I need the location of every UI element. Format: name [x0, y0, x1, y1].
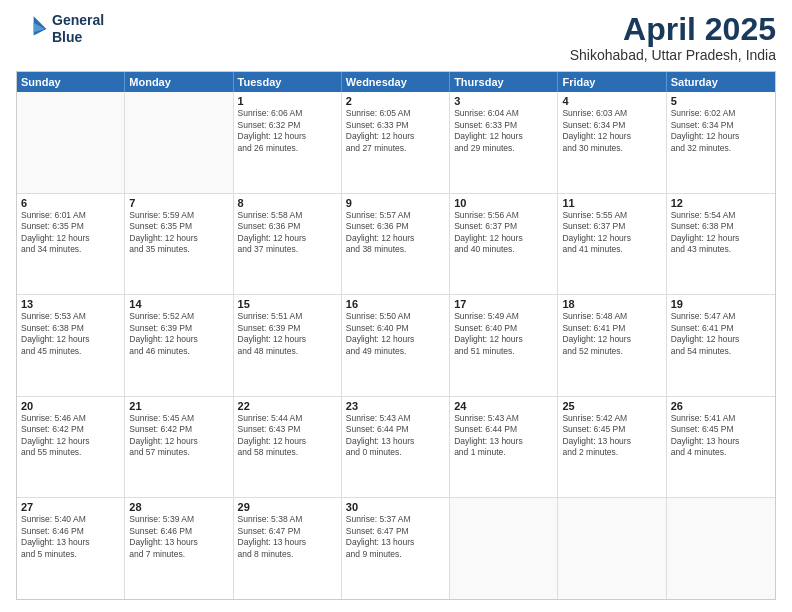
calendar-row: 20Sunrise: 5:46 AMSunset: 6:42 PMDayligh…	[17, 397, 775, 499]
header-right: April 2025 Shikohabad, Uttar Pradesh, In…	[570, 12, 776, 63]
cell-date: 4	[562, 95, 661, 107]
calendar-cell: 9Sunrise: 5:57 AMSunset: 6:36 PMDaylight…	[342, 194, 450, 295]
cell-date: 2	[346, 95, 445, 107]
cell-date: 8	[238, 197, 337, 209]
calendar-cell: 25Sunrise: 5:42 AMSunset: 6:45 PMDayligh…	[558, 397, 666, 498]
calendar-row: 1Sunrise: 6:06 AMSunset: 6:32 PMDaylight…	[17, 92, 775, 194]
cell-info: Sunrise: 5:51 AMSunset: 6:39 PMDaylight:…	[238, 311, 337, 357]
cell-date: 3	[454, 95, 553, 107]
cell-info: Sunrise: 5:42 AMSunset: 6:45 PMDaylight:…	[562, 413, 661, 459]
location: Shikohabad, Uttar Pradesh, India	[570, 47, 776, 63]
calendar-cell: 1Sunrise: 6:06 AMSunset: 6:32 PMDaylight…	[234, 92, 342, 193]
cell-info: Sunrise: 5:57 AMSunset: 6:36 PMDaylight:…	[346, 210, 445, 256]
calendar-cell: 20Sunrise: 5:46 AMSunset: 6:42 PMDayligh…	[17, 397, 125, 498]
cell-info: Sunrise: 5:43 AMSunset: 6:44 PMDaylight:…	[346, 413, 445, 459]
page: General Blue April 2025 Shikohabad, Utta…	[0, 0, 792, 612]
cell-info: Sunrise: 5:38 AMSunset: 6:47 PMDaylight:…	[238, 514, 337, 560]
cell-date: 15	[238, 298, 337, 310]
calendar-body: 1Sunrise: 6:06 AMSunset: 6:32 PMDaylight…	[17, 92, 775, 599]
calendar-cell: 12Sunrise: 5:54 AMSunset: 6:38 PMDayligh…	[667, 194, 775, 295]
day-header: Monday	[125, 72, 233, 92]
cell-info: Sunrise: 5:45 AMSunset: 6:42 PMDaylight:…	[129, 413, 228, 459]
calendar-cell: 26Sunrise: 5:41 AMSunset: 6:45 PMDayligh…	[667, 397, 775, 498]
cell-date: 18	[562, 298, 661, 310]
cell-info: Sunrise: 5:39 AMSunset: 6:46 PMDaylight:…	[129, 514, 228, 560]
cell-info: Sunrise: 5:58 AMSunset: 6:36 PMDaylight:…	[238, 210, 337, 256]
cell-date: 26	[671, 400, 771, 412]
calendar-cell	[125, 92, 233, 193]
calendar-cell	[450, 498, 558, 599]
calendar-cell: 19Sunrise: 5:47 AMSunset: 6:41 PMDayligh…	[667, 295, 775, 396]
calendar-cell: 18Sunrise: 5:48 AMSunset: 6:41 PMDayligh…	[558, 295, 666, 396]
cell-date: 9	[346, 197, 445, 209]
cell-date: 19	[671, 298, 771, 310]
cell-date: 25	[562, 400, 661, 412]
day-header: Thursday	[450, 72, 558, 92]
calendar-cell: 28Sunrise: 5:39 AMSunset: 6:46 PMDayligh…	[125, 498, 233, 599]
cell-info: Sunrise: 5:49 AMSunset: 6:40 PMDaylight:…	[454, 311, 553, 357]
calendar-cell: 10Sunrise: 5:56 AMSunset: 6:37 PMDayligh…	[450, 194, 558, 295]
cell-date: 22	[238, 400, 337, 412]
cell-date: 5	[671, 95, 771, 107]
calendar-cell: 17Sunrise: 5:49 AMSunset: 6:40 PMDayligh…	[450, 295, 558, 396]
calendar-row: 13Sunrise: 5:53 AMSunset: 6:38 PMDayligh…	[17, 295, 775, 397]
cell-info: Sunrise: 6:06 AMSunset: 6:32 PMDaylight:…	[238, 108, 337, 154]
cell-info: Sunrise: 5:37 AMSunset: 6:47 PMDaylight:…	[346, 514, 445, 560]
calendar-cell: 14Sunrise: 5:52 AMSunset: 6:39 PMDayligh…	[125, 295, 233, 396]
cell-info: Sunrise: 5:41 AMSunset: 6:45 PMDaylight:…	[671, 413, 771, 459]
calendar-cell: 23Sunrise: 5:43 AMSunset: 6:44 PMDayligh…	[342, 397, 450, 498]
calendar-cell: 27Sunrise: 5:40 AMSunset: 6:46 PMDayligh…	[17, 498, 125, 599]
cell-info: Sunrise: 5:44 AMSunset: 6:43 PMDaylight:…	[238, 413, 337, 459]
logo-text: General Blue	[52, 12, 104, 46]
logo-icon	[16, 13, 48, 45]
calendar-cell: 4Sunrise: 6:03 AMSunset: 6:34 PMDaylight…	[558, 92, 666, 193]
calendar-cell: 11Sunrise: 5:55 AMSunset: 6:37 PMDayligh…	[558, 194, 666, 295]
calendar-cell	[558, 498, 666, 599]
cell-date: 30	[346, 501, 445, 513]
calendar-cell: 16Sunrise: 5:50 AMSunset: 6:40 PMDayligh…	[342, 295, 450, 396]
day-header: Wednesday	[342, 72, 450, 92]
cell-date: 7	[129, 197, 228, 209]
cell-date: 21	[129, 400, 228, 412]
cell-date: 27	[21, 501, 120, 513]
cell-info: Sunrise: 5:48 AMSunset: 6:41 PMDaylight:…	[562, 311, 661, 357]
calendar-cell: 3Sunrise: 6:04 AMSunset: 6:33 PMDaylight…	[450, 92, 558, 193]
calendar-cell: 15Sunrise: 5:51 AMSunset: 6:39 PMDayligh…	[234, 295, 342, 396]
cell-date: 13	[21, 298, 120, 310]
cell-date: 17	[454, 298, 553, 310]
cell-date: 1	[238, 95, 337, 107]
cell-date: 12	[671, 197, 771, 209]
calendar-cell	[17, 92, 125, 193]
cell-date: 24	[454, 400, 553, 412]
calendar-cell: 8Sunrise: 5:58 AMSunset: 6:36 PMDaylight…	[234, 194, 342, 295]
cell-info: Sunrise: 5:59 AMSunset: 6:35 PMDaylight:…	[129, 210, 228, 256]
cell-date: 10	[454, 197, 553, 209]
calendar-cell: 22Sunrise: 5:44 AMSunset: 6:43 PMDayligh…	[234, 397, 342, 498]
cell-info: Sunrise: 6:03 AMSunset: 6:34 PMDaylight:…	[562, 108, 661, 154]
cell-date: 11	[562, 197, 661, 209]
month-title: April 2025	[570, 12, 776, 47]
calendar-cell: 29Sunrise: 5:38 AMSunset: 6:47 PMDayligh…	[234, 498, 342, 599]
cell-info: Sunrise: 5:47 AMSunset: 6:41 PMDaylight:…	[671, 311, 771, 357]
cell-info: Sunrise: 5:40 AMSunset: 6:46 PMDaylight:…	[21, 514, 120, 560]
calendar-cell: 24Sunrise: 5:43 AMSunset: 6:44 PMDayligh…	[450, 397, 558, 498]
calendar-cell: 6Sunrise: 6:01 AMSunset: 6:35 PMDaylight…	[17, 194, 125, 295]
calendar-row: 27Sunrise: 5:40 AMSunset: 6:46 PMDayligh…	[17, 498, 775, 599]
cell-info: Sunrise: 6:05 AMSunset: 6:33 PMDaylight:…	[346, 108, 445, 154]
cell-date: 28	[129, 501, 228, 513]
day-header: Friday	[558, 72, 666, 92]
calendar-cell: 7Sunrise: 5:59 AMSunset: 6:35 PMDaylight…	[125, 194, 233, 295]
cell-info: Sunrise: 5:43 AMSunset: 6:44 PMDaylight:…	[454, 413, 553, 459]
cell-info: Sunrise: 6:01 AMSunset: 6:35 PMDaylight:…	[21, 210, 120, 256]
cell-info: Sunrise: 5:46 AMSunset: 6:42 PMDaylight:…	[21, 413, 120, 459]
cell-date: 6	[21, 197, 120, 209]
cell-date: 29	[238, 501, 337, 513]
cell-info: Sunrise: 5:55 AMSunset: 6:37 PMDaylight:…	[562, 210, 661, 256]
day-header: Tuesday	[234, 72, 342, 92]
cell-date: 23	[346, 400, 445, 412]
calendar-cell: 21Sunrise: 5:45 AMSunset: 6:42 PMDayligh…	[125, 397, 233, 498]
cell-info: Sunrise: 5:54 AMSunset: 6:38 PMDaylight:…	[671, 210, 771, 256]
calendar: SundayMondayTuesdayWednesdayThursdayFrid…	[16, 71, 776, 600]
day-header: Saturday	[667, 72, 775, 92]
header: General Blue April 2025 Shikohabad, Utta…	[16, 12, 776, 63]
